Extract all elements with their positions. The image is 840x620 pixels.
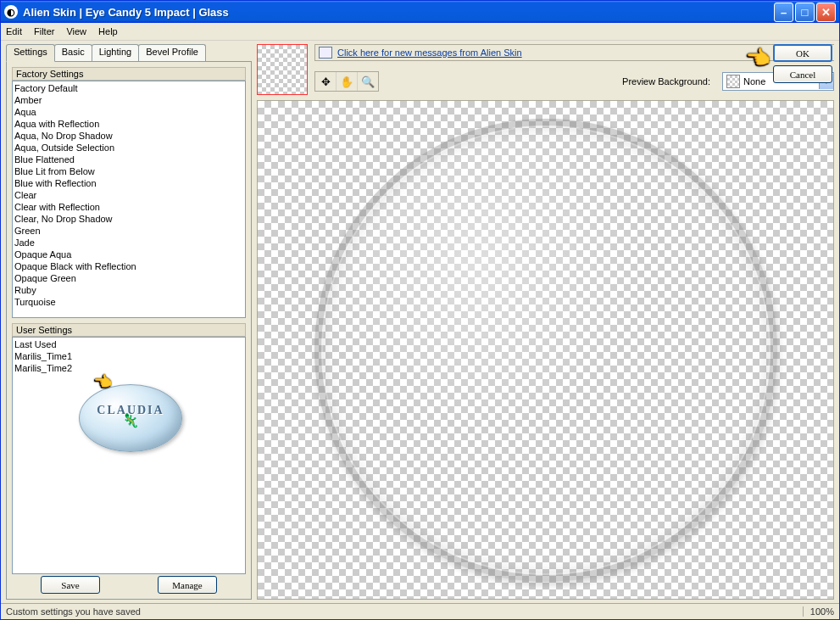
dialog-buttons: OK Cancel 👉 bbox=[773, 44, 832, 83]
save-button[interactable]: Save bbox=[41, 576, 100, 594]
tab-settings[interactable]: Settings bbox=[6, 44, 55, 62]
transparency-swatch-icon bbox=[726, 75, 740, 88]
pointer-tool-icon[interactable]: ✥ bbox=[315, 72, 337, 91]
hand-tool-icon[interactable]: ✋ bbox=[337, 72, 358, 91]
list-item[interactable]: Opaque Black with Reflection bbox=[14, 260, 243, 272]
user-buttons-row: Save Manage bbox=[12, 574, 246, 594]
tool-row: ✥ ✋ 🔍 Preview Background: None ▼ bbox=[314, 71, 834, 92]
pointer-hand-icon: 👉 bbox=[94, 376, 113, 388]
list-item[interactable]: Factory Default bbox=[14, 82, 243, 94]
statusbar: Custom settings you have saved 100% bbox=[1, 603, 839, 619]
list-item[interactable]: Clear bbox=[14, 189, 243, 201]
list-item[interactable]: Last Used bbox=[14, 338, 243, 350]
factory-settings-list[interactable]: Factory Default Amber Aqua Aqua with Ref… bbox=[12, 81, 246, 318]
body: Settings Basic Lighting Bevel Profile Fa… bbox=[1, 41, 839, 603]
preview-thumbnail[interactable] bbox=[257, 44, 308, 95]
list-item[interactable]: Aqua bbox=[14, 106, 243, 118]
watermark-badge: CLAUDIA 🦎 bbox=[79, 384, 182, 452]
tab-basic[interactable]: Basic bbox=[54, 44, 92, 61]
titlebar: ◐ Alien Skin | Eye Candy 5 Impact | Glas… bbox=[1, 1, 839, 23]
list-item[interactable]: Blue Flattened bbox=[14, 154, 243, 165]
glass-effect-preview bbox=[314, 119, 777, 582]
menu-filter[interactable]: Filter bbox=[34, 26, 54, 36]
list-item[interactable]: Blue with Reflection bbox=[14, 177, 243, 189]
messages-link[interactable]: Click here for new messages from Alien S… bbox=[337, 47, 522, 58]
factory-settings-header: Factory Settings bbox=[12, 67, 246, 81]
list-item[interactable]: Green bbox=[14, 225, 243, 237]
user-settings-group: User Settings Last Used Marilis_Time1 Ma… bbox=[12, 323, 246, 594]
tabs: Settings Basic Lighting Bevel Profile bbox=[6, 44, 252, 61]
close-button[interactable]: ✕ bbox=[816, 3, 836, 22]
preview-area[interactable] bbox=[257, 100, 834, 600]
list-item[interactable]: Aqua, Outside Selection bbox=[14, 142, 243, 154]
user-settings-header: User Settings bbox=[12, 323, 246, 337]
message-bar: Click here for new messages from Alien S… bbox=[314, 44, 834, 61]
list-item[interactable]: Ruby bbox=[14, 284, 243, 296]
cancel-button[interactable]: Cancel bbox=[773, 65, 832, 83]
list-item[interactable]: Jade bbox=[14, 237, 243, 249]
zoom-level: 100% bbox=[803, 606, 834, 617]
manage-button[interactable]: Manage bbox=[158, 576, 217, 594]
minimize-button[interactable]: – bbox=[774, 3, 793, 22]
top-strip: Click here for new messages from Alien S… bbox=[257, 44, 834, 95]
list-item[interactable]: Clear with Reflection bbox=[14, 201, 243, 213]
ok-button[interactable]: OK bbox=[773, 44, 832, 62]
mail-icon bbox=[319, 47, 332, 59]
window-buttons: – □ ✕ bbox=[774, 3, 836, 22]
list-item[interactable]: Aqua, No Drop Shadow bbox=[14, 130, 243, 142]
menubar: Edit Filter View Help bbox=[1, 23, 839, 41]
list-item[interactable]: Clear, No Drop Shadow bbox=[14, 213, 243, 225]
zoom-tool-icon[interactable]: 🔍 bbox=[358, 72, 378, 91]
list-item[interactable]: Turquoise bbox=[14, 296, 243, 308]
right-column: Click here for new messages from Alien S… bbox=[257, 41, 839, 603]
window-title: Alien Skin | Eye Candy 5 Impact | Glass bbox=[23, 6, 774, 19]
app-window: ◐ Alien Skin | Eye Candy 5 Impact | Glas… bbox=[0, 0, 840, 620]
list-item[interactable]: Amber bbox=[14, 94, 243, 106]
lizard-icon: 🦎 bbox=[122, 415, 139, 427]
list-item[interactable]: Aqua with Reflection bbox=[14, 118, 243, 130]
tab-lighting[interactable]: Lighting bbox=[92, 44, 140, 61]
factory-settings-group: Factory Settings Factory Default Amber A… bbox=[12, 67, 246, 318]
list-item[interactable]: Marilis_Time1 bbox=[14, 350, 243, 362]
tab-bevel-profile[interactable]: Bevel Profile bbox=[138, 44, 206, 61]
list-item[interactable]: Opaque Aqua bbox=[14, 249, 243, 260]
menu-view[interactable]: View bbox=[66, 26, 86, 36]
toolset: ✥ ✋ 🔍 bbox=[314, 71, 379, 92]
app-icon: ◐ bbox=[4, 5, 18, 19]
user-settings-list[interactable]: Last Used Marilis_Time1 Marilis_Time2 👉 … bbox=[12, 337, 246, 574]
menu-help[interactable]: Help bbox=[98, 26, 118, 36]
list-item[interactable]: Blue Lit from Below bbox=[14, 165, 243, 177]
preview-background-label: Preview Background: bbox=[622, 76, 710, 87]
list-item[interactable]: Opaque Green bbox=[14, 272, 243, 284]
list-item[interactable]: Marilis_Time2 bbox=[14, 362, 243, 374]
maximize-button[interactable]: □ bbox=[795, 3, 815, 22]
left-column: Settings Basic Lighting Bevel Profile Fa… bbox=[1, 41, 257, 603]
menu-edit[interactable]: Edit bbox=[6, 26, 22, 36]
status-text: Custom settings you have saved bbox=[6, 606, 141, 617]
tab-panel-settings: Factory Settings Factory Default Amber A… bbox=[6, 61, 252, 600]
